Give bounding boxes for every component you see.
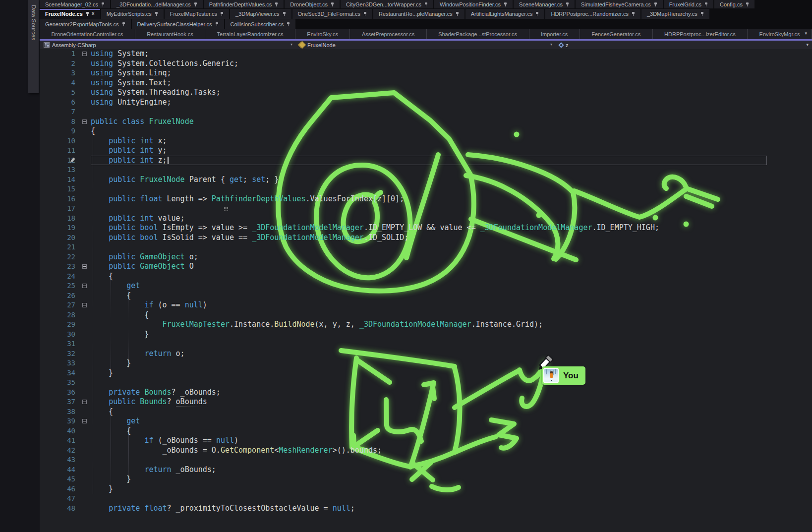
tab-RestaurantHo...pleManager.cs[interactable]: RestaurantHo...pleManager.cs: [373, 9, 464, 19]
code-line[interactable]: 46 }: [40, 484, 812, 494]
pin-icon[interactable]: [283, 11, 286, 16]
code-editor[interactable]: 1using System;2using System.Collections.…: [40, 49, 812, 532]
breadcrumb-type[interactable]: FruxelNode: [299, 41, 336, 49]
tab-FencesGenerator.cs[interactable]: FencesGenerator.cs: [580, 29, 653, 39]
code-line[interactable]: 48 private float? _proximityToClosestObs…: [40, 504, 812, 514]
code-line[interactable]: 32 return o;: [40, 349, 812, 359]
code-line[interactable]: 26 {: [40, 291, 812, 301]
code-line[interactable]: 31: [40, 339, 812, 349]
tab-MyEditorScripts.cs[interactable]: MyEditorScripts.cs: [101, 9, 164, 19]
tab-RestaurantHook.cs[interactable]: RestaurantHook.cs: [135, 29, 205, 39]
code-line[interactable]: 27 if (o == null): [40, 300, 812, 310]
tab-EnviroSky.cs[interactable]: EnviroSky.cs: [295, 29, 350, 39]
pin-icon[interactable]: [566, 2, 569, 7]
chevron-down-icon[interactable]: ▾: [290, 43, 292, 47]
chevron-down-icon[interactable]: ▾: [550, 43, 552, 47]
data-sources-vertical-tab[interactable]: Data Sources: [28, 0, 39, 93]
pin-icon[interactable]: [275, 2, 278, 7]
code-line[interactable]: 5using System.Threading.Tasks;: [40, 88, 812, 98]
tab-DroneOrientationController.cs[interactable]: DroneOrientationController.cs: [40, 29, 135, 39]
code-line[interactable]: 18 public int value;: [40, 214, 812, 224]
code-line[interactable]: 22 public GameObject o;: [40, 252, 812, 262]
tab-_3DFoundatio...delManager.cs[interactable]: _3DFoundatio...delManager.cs: [111, 0, 203, 8]
tab-DeliverySurfaceClassHelper.cs[interactable]: DeliverySurfaceClassHelper.cs: [132, 19, 224, 29]
tab-_3DMapViewer.cs[interactable]: _3DMapViewer.cs: [230, 9, 291, 19]
code-line[interactable]: 19 public bool IsEmpty => value >= _3DFo…: [40, 223, 812, 233]
pin-icon[interactable]: [220, 11, 224, 16]
tab-FruxelGrid.cs[interactable]: FruxelGrid.cs: [664, 0, 713, 8]
code-line[interactable]: 47: [40, 494, 812, 504]
close-icon[interactable]: ×: [92, 11, 95, 16]
fold-collapse-icon[interactable]: [82, 284, 87, 288]
tab-SceneManager.cs[interactable]: SceneManager.cs: [514, 0, 575, 8]
code-line[interactable]: 12 public int z;: [40, 156, 812, 166]
pin-icon[interactable]: [86, 11, 89, 16]
pin-icon[interactable]: [215, 22, 219, 27]
code-line[interactable]: 28 {: [40, 310, 812, 320]
pin-icon[interactable]: [704, 2, 708, 7]
fold-collapse-icon[interactable]: [82, 419, 87, 423]
tab-CollisionSubscriber.cs[interactable]: CollisionSubscriber.cs: [225, 19, 296, 29]
code-line[interactable]: 9{: [40, 126, 812, 136]
code-line[interactable]: 33 }: [40, 358, 812, 368]
tab-SimulatedFisheyeCamera.cs[interactable]: SimulatedFisheyeCamera.cs: [576, 0, 663, 8]
code-line[interactable]: 38 {: [40, 407, 812, 417]
tab-Importer.cs[interactable]: Importer.cs: [529, 29, 580, 39]
code-line[interactable]: 15: [40, 184, 812, 194]
code-line[interactable]: 17: [40, 204, 812, 214]
navbar-overflow-icon[interactable]: ▾: [806, 43, 809, 47]
code-line[interactable]: 20 public bool IsSolid => value == _3DFo…: [40, 233, 812, 243]
code-line[interactable]: 37 public Bounds? oBounds: [40, 397, 812, 407]
code-line[interactable]: 40 {: [40, 426, 812, 436]
pin-icon[interactable]: [363, 11, 367, 16]
code-line[interactable]: 36 private Bounds? _oBounds;: [40, 388, 812, 398]
code-line[interactable]: 16 public float Length => PathfinderDept…: [40, 194, 812, 204]
code-line[interactable]: 29 FruxelMapTester.Instance.BuildNode(x,…: [40, 320, 812, 330]
tab-overflow-icon[interactable]: ▾: [805, 31, 807, 36]
tab-ShaderPackage...stProcessor.cs[interactable]: ShaderPackage...stProcessor.cs: [427, 29, 529, 39]
fold-collapse-icon[interactable]: [82, 264, 87, 269]
tab-FruxelMapTester.cs[interactable]: FruxelMapTester.cs: [165, 9, 229, 19]
code-line[interactable]: 21: [40, 242, 812, 252]
breadcrumb-member[interactable]: z: [559, 41, 569, 49]
code-line[interactable]: 8public class FruxelNode: [40, 117, 812, 127]
code-line[interactable]: 6using UnityEngine;: [40, 98, 812, 108]
code-line[interactable]: 43: [40, 455, 812, 465]
code-line[interactable]: 11 public int y;: [40, 146, 812, 156]
code-line[interactable]: 14 public FruxelNode Parent { get; set; …: [40, 175, 812, 185]
tab-HDRPPostproc...izerEditor.cs[interactable]: HDRPPostproc...izerEditor.cs: [653, 29, 748, 39]
code-line[interactable]: 45 }: [40, 474, 812, 484]
pin-icon[interactable]: [535, 11, 539, 16]
pin-icon[interactable]: [122, 22, 125, 27]
code-line[interactable]: 39 get: [40, 416, 812, 426]
tab-HDRPPostproc...Randomizer.cs[interactable]: HDRPPostproc...Randomizer.cs: [545, 9, 640, 19]
fold-collapse-icon[interactable]: [82, 400, 87, 404]
tab-EnviroSkyMgr.cs[interactable]: EnviroSkyMgr.cs: [748, 29, 812, 39]
pin-icon[interactable]: [424, 2, 428, 7]
tab-Config.cs[interactable]: Config.cs: [714, 0, 754, 8]
pin-icon[interactable]: [331, 2, 334, 7]
tab-_3DMapHierarchy.cs[interactable]: _3DMapHierarchy.cs: [641, 9, 709, 19]
tab-OneSec3D_FileFormat.cs[interactable]: OneSec3D_FileFormat.cs: [292, 9, 373, 19]
pin-icon[interactable]: [632, 11, 635, 16]
pin-icon[interactable]: [746, 2, 749, 7]
fold-collapse-icon[interactable]: [82, 303, 87, 307]
code-line[interactable]: 4using System.Text;: [40, 78, 812, 88]
tab-ArtificialLightsManager.cs[interactable]: ArtificialLightsManager.cs: [465, 9, 545, 19]
tab-PathfinderDepthValues.cs[interactable]: PathfinderDepthValues.cs: [204, 0, 284, 8]
breadcrumb-project[interactable]: Assembly-CSharp: [44, 41, 96, 49]
pin-icon[interactable]: [101, 2, 105, 7]
code-line[interactable]: 30 }: [40, 330, 812, 340]
fold-collapse-icon[interactable]: [82, 52, 87, 56]
code-line[interactable]: 44 return _oBounds;: [40, 465, 812, 475]
pin-icon[interactable]: [287, 22, 290, 27]
pin-icon[interactable]: [700, 11, 704, 16]
tab-TerrainLayerRandomizer.cs[interactable]: TerrainLayerRandomizer.cs: [205, 29, 295, 39]
tab-DroneObject.cs[interactable]: DroneObject.cs: [285, 0, 340, 8]
code-line[interactable]: 35: [40, 378, 812, 388]
code-line[interactable]: 3using System.Linq;: [40, 68, 812, 78]
code-line[interactable]: 42 _oBounds = O.GetComponent<MeshRendere…: [40, 446, 812, 456]
code-line[interactable]: 2using System.Collections.Generic;: [40, 59, 812, 69]
code-line[interactable]: 34 }: [40, 368, 812, 378]
code-line[interactable]: 24 {: [40, 272, 812, 282]
